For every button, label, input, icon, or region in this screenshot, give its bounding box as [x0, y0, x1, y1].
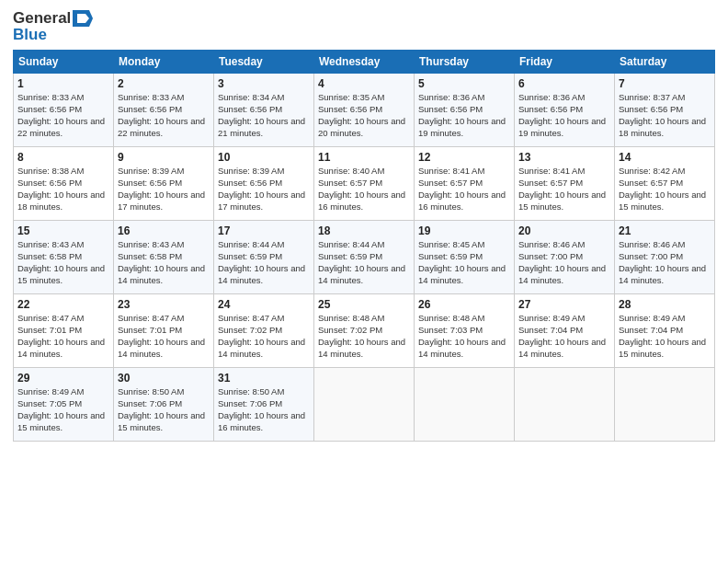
day-number: 5 — [418, 76, 510, 91]
sunrise-text: Sunrise: 8:41 AM — [418, 166, 484, 176]
weekday-header-tuesday: Tuesday — [214, 51, 314, 74]
weekday-header-friday: Friday — [515, 51, 615, 74]
day-number: 13 — [518, 150, 610, 165]
weekday-header-saturday: Saturday — [615, 51, 715, 74]
sunrise-text: Sunrise: 8:43 AM — [17, 239, 84, 249]
sunset-text: Sunset: 6:58 PM — [118, 251, 182, 261]
day-number: 12 — [418, 150, 510, 165]
week-row-4: 22Sunrise: 8:47 AMSunset: 7:01 PMDayligh… — [14, 294, 715, 368]
sunset-text: Sunset: 6:57 PM — [619, 178, 683, 188]
day-number: 30 — [118, 371, 210, 385]
logo-general-text: General — [13, 9, 71, 28]
sunset-text: Sunset: 6:59 PM — [318, 251, 382, 261]
sunrise-text: Sunrise: 8:44 AM — [318, 239, 384, 249]
sunset-text: Sunset: 7:00 PM — [619, 251, 683, 261]
day-cell: 6Sunrise: 8:36 AMSunset: 6:56 PMDaylight… — [515, 74, 615, 147]
daylight-text: Daylight: 10 hours and 16 minutes. — [318, 190, 405, 212]
sunset-text: Sunset: 7:06 PM — [118, 398, 182, 408]
day-cell: 16Sunrise: 8:43 AMSunset: 6:58 PMDayligh… — [114, 221, 214, 294]
day-cell: 8Sunrise: 8:38 AMSunset: 6:56 PMDaylight… — [14, 147, 114, 221]
sunset-text: Sunset: 6:59 PM — [218, 251, 282, 261]
day-number: 4 — [318, 76, 410, 91]
weekday-header-sunday: Sunday — [14, 51, 114, 74]
sunset-text: Sunset: 7:00 PM — [518, 251, 583, 261]
daylight-text: Daylight: 10 hours and 19 minutes. — [418, 116, 506, 138]
sunset-text: Sunset: 6:57 PM — [418, 178, 483, 188]
sunrise-text: Sunrise: 8:33 AM — [118, 92, 184, 102]
sunrise-text: Sunrise: 8:49 AM — [17, 386, 84, 396]
daylight-text: Daylight: 10 hours and 15 minutes. — [518, 190, 606, 212]
sunset-text: Sunset: 7:03 PM — [418, 325, 483, 335]
day-number: 6 — [518, 76, 610, 91]
header: General Blue — [13, 9, 715, 44]
daylight-text: Daylight: 10 hours and 20 minutes. — [318, 116, 405, 138]
weekday-header-row: SundayMondayTuesdayWednesdayThursdayFrid… — [14, 51, 715, 74]
daylight-text: Daylight: 10 hours and 14 minutes. — [619, 263, 706, 285]
day-cell: 27Sunrise: 8:49 AMSunset: 7:04 PMDayligh… — [515, 294, 615, 368]
sunrise-text: Sunrise: 8:39 AM — [118, 166, 184, 176]
day-number: 9 — [118, 150, 210, 165]
daylight-text: Daylight: 10 hours and 22 minutes. — [118, 116, 205, 138]
day-number: 27 — [518, 297, 610, 312]
day-number: 1 — [17, 76, 109, 91]
sunset-text: Sunset: 6:58 PM — [17, 251, 82, 261]
day-cell: 11Sunrise: 8:40 AMSunset: 6:57 PMDayligh… — [314, 147, 415, 221]
day-cell: 12Sunrise: 8:41 AMSunset: 6:57 PMDayligh… — [415, 147, 515, 221]
sunrise-text: Sunrise: 8:48 AM — [318, 313, 384, 323]
sunrise-text: Sunrise: 8:47 AM — [17, 313, 84, 323]
day-number: 24 — [218, 297, 310, 312]
day-number: 3 — [218, 76, 310, 91]
day-number: 26 — [418, 297, 510, 312]
day-cell: 24Sunrise: 8:47 AMSunset: 7:02 PMDayligh… — [214, 294, 314, 368]
week-row-5: 29Sunrise: 8:49 AMSunset: 7:05 PMDayligh… — [14, 368, 715, 442]
sunrise-text: Sunrise: 8:42 AM — [619, 166, 685, 176]
weekday-header-thursday: Thursday — [415, 51, 515, 74]
sunrise-text: Sunrise: 8:36 AM — [518, 92, 585, 102]
day-cell — [515, 368, 615, 442]
daylight-text: Daylight: 10 hours and 17 minutes. — [218, 190, 305, 212]
sunset-text: Sunset: 6:56 PM — [17, 104, 82, 114]
sunset-text: Sunset: 6:56 PM — [218, 178, 282, 188]
logo-blue-line: Blue — [13, 26, 47, 44]
sunrise-text: Sunrise: 8:34 AM — [218, 92, 284, 102]
day-number: 20 — [518, 224, 610, 238]
week-row-3: 15Sunrise: 8:43 AMSunset: 6:58 PMDayligh… — [14, 221, 715, 294]
daylight-text: Daylight: 10 hours and 16 minutes. — [418, 190, 506, 212]
sunset-text: Sunset: 7:02 PM — [318, 325, 382, 335]
daylight-text: Daylight: 10 hours and 18 minutes. — [17, 190, 105, 212]
page: General Blue SundayMondayTuesdayWednesda… — [0, 0, 728, 563]
day-number: 11 — [318, 150, 410, 165]
logo-blue-text: Blue — [13, 26, 47, 43]
day-cell: 25Sunrise: 8:48 AMSunset: 7:02 PMDayligh… — [314, 294, 415, 368]
daylight-text: Daylight: 10 hours and 14 minutes. — [418, 337, 506, 359]
daylight-text: Daylight: 10 hours and 15 minutes. — [17, 263, 105, 285]
day-cell: 23Sunrise: 8:47 AMSunset: 7:01 PMDayligh… — [114, 294, 214, 368]
daylight-text: Daylight: 10 hours and 14 minutes. — [318, 337, 405, 359]
sunset-text: Sunset: 6:59 PM — [418, 251, 483, 261]
sunrise-text: Sunrise: 8:33 AM — [17, 92, 84, 102]
sunset-text: Sunset: 7:04 PM — [619, 325, 683, 335]
day-number: 21 — [619, 224, 711, 238]
sunrise-text: Sunrise: 8:39 AM — [218, 166, 284, 176]
daylight-text: Daylight: 10 hours and 14 minutes. — [418, 263, 506, 285]
logo: General Blue — [13, 9, 93, 44]
sunrise-text: Sunrise: 8:46 AM — [518, 239, 585, 249]
day-cell: 29Sunrise: 8:49 AMSunset: 7:05 PMDayligh… — [14, 368, 114, 442]
sunset-text: Sunset: 7:06 PM — [218, 398, 282, 408]
sunrise-text: Sunrise: 8:43 AM — [118, 239, 184, 249]
daylight-text: Daylight: 10 hours and 19 minutes. — [518, 116, 606, 138]
day-cell: 9Sunrise: 8:39 AMSunset: 6:56 PMDaylight… — [114, 147, 214, 221]
day-cell: 15Sunrise: 8:43 AMSunset: 6:58 PMDayligh… — [14, 221, 114, 294]
day-number: 10 — [218, 150, 310, 165]
day-cell: 20Sunrise: 8:46 AMSunset: 7:00 PMDayligh… — [515, 221, 615, 294]
day-cell: 10Sunrise: 8:39 AMSunset: 6:56 PMDayligh… — [214, 147, 314, 221]
week-row-1: 1Sunrise: 8:33 AMSunset: 6:56 PMDaylight… — [14, 74, 715, 147]
sunrise-text: Sunrise: 8:45 AM — [418, 239, 484, 249]
calendar-table: SundayMondayTuesdayWednesdayThursdayFrid… — [13, 50, 715, 442]
sunrise-text: Sunrise: 8:49 AM — [518, 313, 585, 323]
day-cell: 30Sunrise: 8:50 AMSunset: 7:06 PMDayligh… — [114, 368, 214, 442]
daylight-text: Daylight: 10 hours and 21 minutes. — [218, 116, 305, 138]
day-number: 18 — [318, 224, 410, 238]
sunrise-text: Sunrise: 8:44 AM — [218, 239, 284, 249]
daylight-text: Daylight: 10 hours and 14 minutes. — [218, 263, 305, 285]
